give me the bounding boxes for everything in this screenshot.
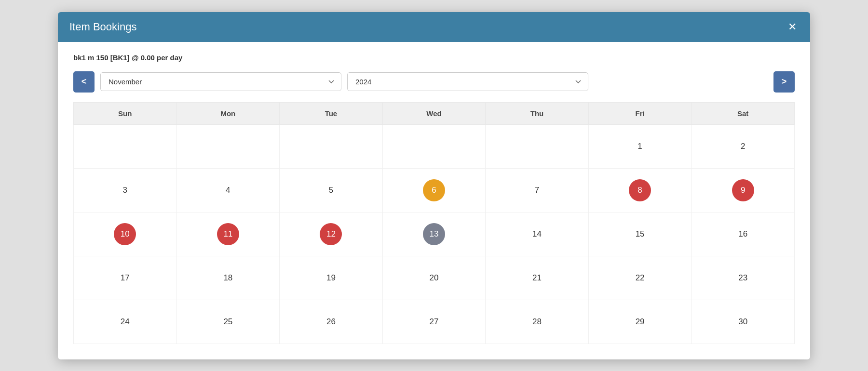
calendar-day-cell[interactable]: 9 bbox=[692, 168, 795, 212]
day-number: 8 bbox=[629, 179, 651, 201]
calendar-day-cell[interactable]: 25 bbox=[176, 300, 280, 344]
next-month-button[interactable]: > bbox=[773, 71, 795, 93]
day-number: 2 bbox=[732, 135, 754, 158]
calendar-day-cell[interactable]: 5 bbox=[280, 168, 383, 212]
day-number: 18 bbox=[217, 267, 239, 289]
day-number: 27 bbox=[423, 311, 445, 333]
calendar-day-cell bbox=[176, 124, 280, 168]
calendar-day-cell[interactable]: 22 bbox=[588, 256, 692, 300]
day-number: 23 bbox=[732, 267, 754, 289]
day-number: 28 bbox=[526, 311, 548, 333]
day-number: 10 bbox=[114, 223, 136, 245]
calendar-day-cell[interactable]: 27 bbox=[382, 300, 486, 344]
calendar-day-cell[interactable]: 12 bbox=[280, 212, 383, 256]
calendar-day-cell[interactable]: 1 bbox=[588, 124, 692, 168]
modal-header: Item Bookings ✕ bbox=[58, 12, 810, 42]
prev-month-button[interactable]: < bbox=[73, 71, 95, 93]
calendar-table: SunMonTueWedThuFriSat 123456789101112131… bbox=[73, 102, 795, 344]
day-number: 30 bbox=[732, 311, 754, 333]
day-number: 5 bbox=[320, 179, 342, 201]
calendar-day-cell[interactable]: 29 bbox=[588, 300, 692, 344]
month-select[interactable]: JanuaryFebruaryMarchAprilMayJuneJulyAugu… bbox=[100, 72, 341, 91]
calendar-day-cell[interactable]: 26 bbox=[280, 300, 383, 344]
calendar-day-cell[interactable]: 11 bbox=[176, 212, 280, 256]
calendar-day-cell[interactable]: 15 bbox=[588, 212, 692, 256]
weekday-header: Sat bbox=[692, 102, 795, 124]
day-number: 15 bbox=[629, 223, 651, 245]
calendar-day-cell[interactable]: 19 bbox=[280, 256, 383, 300]
calendar-week-row: 10111213141516 bbox=[74, 212, 795, 256]
calendar-day-cell[interactable]: 4 bbox=[176, 168, 280, 212]
day-number: 4 bbox=[217, 179, 239, 201]
day-number: 25 bbox=[217, 311, 239, 333]
close-button[interactable]: ✕ bbox=[786, 22, 799, 32]
modal-title: Item Bookings bbox=[69, 21, 136, 33]
calendar-header: SunMonTueWedThuFriSat bbox=[74, 102, 795, 124]
day-number: 21 bbox=[526, 267, 548, 289]
calendar-body: 1234567891011121314151617181920212223242… bbox=[74, 124, 795, 344]
calendar-day-cell[interactable]: 24 bbox=[74, 300, 177, 344]
day-number: 22 bbox=[629, 267, 651, 289]
calendar-week-row: 3456789 bbox=[74, 168, 795, 212]
calendar-week-row: 24252627282930 bbox=[74, 300, 795, 344]
calendar-day-cell[interactable]: 28 bbox=[486, 300, 589, 344]
calendar-day-cell[interactable]: 17 bbox=[74, 256, 177, 300]
calendar-week-row: 17181920212223 bbox=[74, 256, 795, 300]
calendar-day-cell[interactable]: 21 bbox=[486, 256, 589, 300]
day-number: 3 bbox=[114, 179, 136, 201]
calendar-day-cell[interactable]: 6 bbox=[382, 168, 486, 212]
calendar-day-cell[interactable]: 23 bbox=[692, 256, 795, 300]
booking-info: bk1 m 150 [BK1] @ 0.00 per day bbox=[73, 53, 795, 62]
calendar-day-cell[interactable]: 10 bbox=[74, 212, 177, 256]
day-number: 20 bbox=[423, 267, 445, 289]
day-number: 1 bbox=[629, 135, 651, 158]
day-number: 26 bbox=[320, 311, 342, 333]
day-number: 19 bbox=[320, 267, 342, 289]
day-number: 29 bbox=[629, 311, 651, 333]
weekday-header: Wed bbox=[382, 102, 486, 124]
calendar-day-cell[interactable]: 18 bbox=[176, 256, 280, 300]
calendar-nav: < JanuaryFebruaryMarchAprilMayJuneJulyAu… bbox=[73, 71, 795, 93]
calendar-day-cell bbox=[382, 124, 486, 168]
day-number: 16 bbox=[732, 223, 754, 245]
calendar-day-cell[interactable]: 13 bbox=[382, 212, 486, 256]
calendar-day-cell[interactable]: 20 bbox=[382, 256, 486, 300]
calendar-day-cell bbox=[280, 124, 383, 168]
modal-body: bk1 m 150 [BK1] @ 0.00 per day < January… bbox=[58, 42, 810, 359]
weekday-header: Fri bbox=[588, 102, 692, 124]
calendar-day-cell[interactable]: 7 bbox=[486, 168, 589, 212]
calendar-day-cell[interactable]: 2 bbox=[692, 124, 795, 168]
calendar-day-cell[interactable]: 16 bbox=[692, 212, 795, 256]
calendar-day-cell[interactable]: 3 bbox=[74, 168, 177, 212]
day-number: 17 bbox=[114, 267, 136, 289]
calendar-day-cell[interactable]: 8 bbox=[588, 168, 692, 212]
day-number: 13 bbox=[423, 223, 445, 245]
calendar-week-row: 12 bbox=[74, 124, 795, 168]
day-number: 6 bbox=[423, 179, 445, 201]
weekday-header: Thu bbox=[486, 102, 589, 124]
day-number: 14 bbox=[526, 223, 548, 245]
calendar-day-cell bbox=[486, 124, 589, 168]
year-select[interactable]: 20222023202420252026 bbox=[347, 72, 588, 91]
weekday-header: Tue bbox=[280, 102, 383, 124]
day-number: 12 bbox=[320, 223, 342, 245]
item-bookings-modal: Item Bookings ✕ bk1 m 150 [BK1] @ 0.00 p… bbox=[58, 12, 810, 359]
day-number: 7 bbox=[526, 179, 548, 201]
day-number: 24 bbox=[114, 311, 136, 333]
weekday-header: Sun bbox=[74, 102, 177, 124]
day-number: 9 bbox=[732, 179, 754, 201]
calendar-day-cell[interactable]: 14 bbox=[486, 212, 589, 256]
calendar-day-cell[interactable]: 30 bbox=[692, 300, 795, 344]
weekday-header: Mon bbox=[176, 102, 280, 124]
calendar-day-cell bbox=[74, 124, 177, 168]
day-number: 11 bbox=[217, 223, 239, 245]
